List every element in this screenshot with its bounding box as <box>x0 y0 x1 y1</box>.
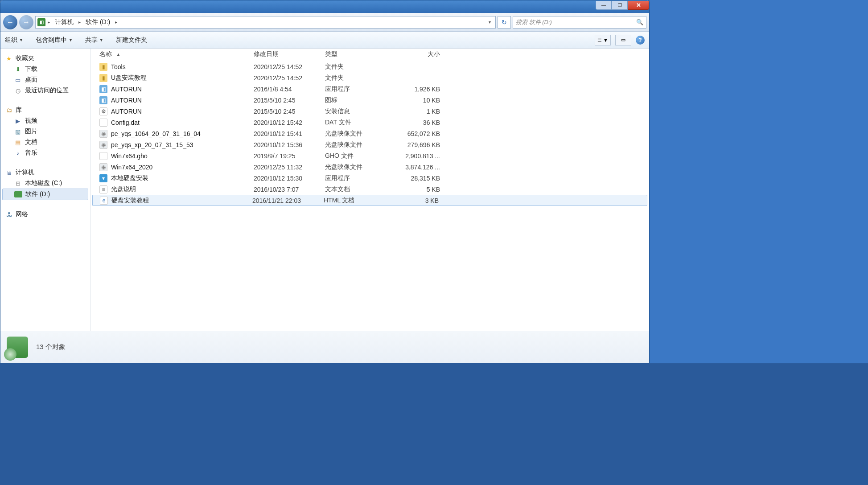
file-row[interactable]: ◉pe_yqs_1064_20_07_31_16_04 2020/10/12 1… <box>91 128 649 139</box>
network-group: 🖧 网络 <box>2 209 88 220</box>
file-size: 2,900,813 ... <box>395 152 440 160</box>
navigation-bar: ← → ◧ ▸ 计算机 ▸ 软件 (D:) ▸ ▾ ↻ 搜索 软件 (D:) 🔍 <box>0 13 649 32</box>
status-bar: 13 个对象 <box>0 331 649 363</box>
text-icon: ≡ <box>99 185 107 193</box>
file-row[interactable]: ≡光盘说明 2016/10/23 7:07 文本文档 5 KB <box>91 184 649 195</box>
file-row[interactable]: ▮U盘安装教程 2020/12/25 14:52 文件夹 <box>91 72 649 83</box>
file-type: 应用程序 <box>325 174 395 182</box>
file-date: 2019/9/7 19:25 <box>254 152 325 160</box>
exe-icon: ◧ <box>99 85 107 93</box>
drive-c-label: 本地磁盘 (C:) <box>25 179 62 187</box>
download-icon: ⬇ <box>14 65 22 73</box>
search-placeholder: 搜索 软件 (D:) <box>516 18 552 26</box>
sidebar-item-videos[interactable]: ▶ 视频 <box>2 115 88 126</box>
forward-button[interactable]: → <box>19 15 33 29</box>
breadcrumb-computer[interactable]: 计算机 <box>52 17 76 27</box>
file-row[interactable]: ◉Win7x64_2020 2020/12/25 11:32 光盘映像文件 3,… <box>91 161 649 173</box>
help-button[interactable]: ? <box>636 36 645 45</box>
share-button[interactable]: 共享▼ <box>85 36 103 44</box>
library-icon: 🗂 <box>5 106 13 114</box>
file-name: Tools <box>111 63 126 70</box>
sidebar-item-drive-c[interactable]: ⊟ 本地磁盘 (C:) <box>2 178 88 189</box>
sidebar-item-recent[interactable]: ◷ 最近访问的位置 <box>2 85 88 96</box>
file-date: 2020/12/25 14:52 <box>254 74 325 82</box>
organize-label: 组织 <box>5 36 17 44</box>
file-type: 光盘映像文件 <box>325 141 395 149</box>
status-text: 13 个对象 <box>36 343 66 351</box>
documents-icon: ▤ <box>14 138 22 146</box>
list-view-icon: ☰ <box>597 37 602 43</box>
maximize-button[interactable]: ❐ <box>612 1 628 10</box>
new-folder-button[interactable]: 新建文件夹 <box>116 36 147 44</box>
file-row[interactable]: Config.dat 2020/10/12 15:42 DAT 文件 36 KB <box>91 117 649 128</box>
file-size: 1 KB <box>395 108 440 115</box>
minimize-button[interactable]: — <box>596 1 612 10</box>
file-date: 2016/10/23 7:07 <box>254 186 325 193</box>
sidebar-item-music[interactable]: ♪ 音乐 <box>2 148 88 158</box>
file-row[interactable]: ▾本地硬盘安装 2020/10/12 15:30 应用程序 28,315 KB <box>91 173 649 184</box>
sidebar-item-desktop[interactable]: ▭ 桌面 <box>2 74 88 85</box>
file-row[interactable]: Win7x64.gho 2019/9/7 19:25 GHO 文件 2,900,… <box>91 150 649 161</box>
music-icon: ♪ <box>14 149 22 157</box>
organize-button[interactable]: 组织▼ <box>5 36 23 44</box>
sidebar-item-downloads[interactable]: ⬇ 下载 <box>2 64 88 74</box>
sidebar-item-drive-d[interactable]: 软件 (D:) <box>2 189 88 200</box>
include-in-library-button[interactable]: 包含到库中▼ <box>36 36 73 44</box>
star-icon: ★ <box>5 54 13 62</box>
file-type: 文件夹 <box>325 63 395 71</box>
file-row-selected[interactable]: e硬盘安装教程 2016/11/21 22:03 HTML 文档 3 KB <box>92 195 647 206</box>
network-header[interactable]: 🖧 网络 <box>2 209 88 220</box>
file-name: pe_yqs_xp_20_07_31_15_53 <box>111 141 193 148</box>
address-bar[interactable]: ◧ ▸ 计算机 ▸ 软件 (D:) ▸ ▾ <box>35 16 496 29</box>
file-date: 2015/5/10 2:45 <box>254 108 325 115</box>
refresh-button[interactable]: ↻ <box>498 16 511 29</box>
drive-icon: ◧ <box>37 18 45 26</box>
back-button[interactable]: ← <box>3 15 17 29</box>
favorites-label: 收藏夹 <box>16 54 34 62</box>
file-type: GHO 文件 <box>325 152 395 160</box>
libraries-header[interactable]: 🗂 库 <box>2 105 88 115</box>
breadcrumb-drive-d[interactable]: 软件 (D:) <box>83 17 113 27</box>
computer-header[interactable]: 🖥 计算机 <box>2 167 88 178</box>
address-dropdown-icon[interactable]: ▾ <box>486 20 494 25</box>
column-header-size[interactable]: 大小 <box>395 50 440 58</box>
chevron-right-icon[interactable]: ▸ <box>114 20 119 25</box>
chevron-right-icon[interactable]: ▸ <box>77 20 82 25</box>
favorites-header[interactable]: ★ 收藏夹 <box>2 53 88 64</box>
file-rows[interactable]: ▮Tools 2020/12/25 14:52 文件夹 ▮U盘安装教程 2020… <box>91 60 649 331</box>
preview-pane-button[interactable]: ▭ <box>615 35 631 45</box>
file-size: 1,926 KB <box>395 86 440 93</box>
body-area: ★ 收藏夹 ⬇ 下载 ▭ 桌面 ◷ 最近访问的位置 🗂 <box>0 49 649 331</box>
pictures-icon: ▧ <box>14 127 22 136</box>
chevron-right-icon[interactable]: ▸ <box>46 20 51 25</box>
close-button[interactable]: ✕ <box>628 1 649 10</box>
videos-label: 视频 <box>25 117 37 125</box>
file-row[interactable]: ◧AUTORUN 2016/1/8 4:54 应用程序 1,926 KB <box>91 83 649 95</box>
file-type: 文件夹 <box>325 74 395 82</box>
file-type: HTML 文档 <box>324 197 394 205</box>
column-header-type[interactable]: 类型 <box>325 50 395 58</box>
sidebar-item-pictures[interactable]: ▧ 图片 <box>2 126 88 137</box>
sidebar-item-documents[interactable]: ▤ 文档 <box>2 137 88 148</box>
file-row[interactable]: ⚙AUTORUN 2015/5/10 2:45 安装信息 1 KB <box>91 106 649 117</box>
view-mode-button[interactable]: ☰▼ <box>595 35 611 45</box>
file-date: 2016/11/21 22:03 <box>252 197 324 204</box>
computer-icon: 🖥 <box>5 169 13 177</box>
search-icon: 🔍 <box>636 19 643 25</box>
desktop-background <box>0 363 868 485</box>
recent-label: 最近访问的位置 <box>25 86 69 95</box>
file-row[interactable]: ▮Tools 2020/12/25 14:52 文件夹 <box>91 61 649 72</box>
explorer-window: — ❐ ✕ ← → ◧ ▸ 计算机 ▸ 软件 (D:) ▸ ▾ ↻ 搜索 软件 … <box>0 0 650 363</box>
iso-icon: ◉ <box>99 130 107 138</box>
search-input[interactable]: 搜索 软件 (D:) 🔍 <box>513 16 646 29</box>
titlebar[interactable]: — ❐ ✕ <box>0 0 649 13</box>
html-icon: e <box>100 197 108 205</box>
column-header-name[interactable]: 名称 ▲ <box>99 50 254 58</box>
file-name: pe_yqs_1064_20_07_31_16_04 <box>111 130 201 137</box>
file-size: 5 KB <box>395 186 440 193</box>
column-header-date[interactable]: 修改日期 <box>254 50 325 58</box>
file-row[interactable]: ◧AUTORUN 2015/5/10 2:45 图标 10 KB <box>91 95 649 106</box>
file-date: 2020/12/25 11:32 <box>254 164 325 171</box>
file-row[interactable]: ◉pe_yqs_xp_20_07_31_15_53 2020/10/12 15:… <box>91 139 649 150</box>
file-name: AUTORUN <box>111 86 142 93</box>
